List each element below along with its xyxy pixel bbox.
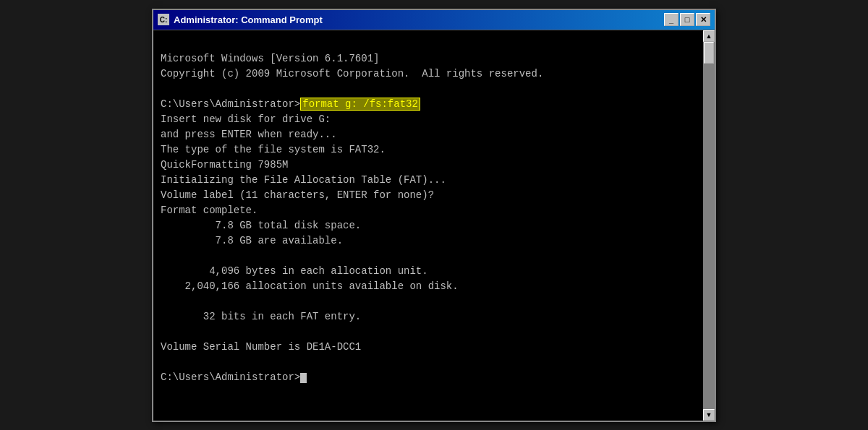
line-volume-label: Volume label (11 characters, ENTER for n… — [161, 189, 434, 201]
scroll-thumb[interactable] — [704, 42, 714, 64]
line-init: Initializing the File Allocation Table (… — [161, 174, 446, 186]
line-total-space: 7.8 GB total disk space. — [161, 220, 361, 231]
window-icon: C: — [158, 14, 169, 25]
line-insert: Insert new disk for drive G: — [161, 113, 331, 125]
line-final-prompt: C:\Users\Administrator> — [161, 371, 307, 383]
console-area[interactable]: Microsoft Windows [Version 6.1.7601] Cop… — [153, 30, 715, 421]
line-prompt: C:\Users\Administrator>format g: /fs:fat… — [161, 98, 420, 111]
maximize-button[interactable]: □ — [680, 13, 694, 26]
title-bar-buttons: _ □ ✕ — [664, 13, 710, 26]
scroll-track — [703, 42, 715, 409]
line-copyright: Copyright (c) 2009 Microsoft Corporation… — [161, 68, 543, 79]
line-version: Microsoft Windows [Version 6.1.7601] — [161, 53, 379, 64]
close-button[interactable]: ✕ — [696, 13, 710, 26]
line-available: 7.8 GB are available. — [161, 235, 343, 246]
line-alloc-units: 2,040,166 allocation units available on … — [161, 280, 459, 292]
line-serial: Volume Serial Number is DE1A-DCC1 — [161, 341, 361, 353]
scrollbar[interactable]: ▲ ▼ — [703, 30, 715, 421]
line-quickformat: QuickFormatting 7985M — [161, 159, 288, 171]
minimize-button[interactable]: _ — [664, 13, 678, 26]
line-format-complete: Format complete. — [161, 205, 258, 216]
cursor-blink — [300, 373, 307, 383]
window-title: Administrator: Command Prompt — [174, 14, 323, 25]
command-prompt-window: C: Administrator: Command Prompt _ □ ✕ M… — [152, 9, 716, 422]
command-text: format g: /fs:fat32 — [300, 98, 420, 111]
line-type: The type of the file system is FAT32. — [161, 144, 386, 155]
title-bar: C: Administrator: Command Prompt _ □ ✕ — [153, 10, 715, 30]
scroll-down-button[interactable]: ▼ — [703, 409, 715, 421]
title-bar-left: C: Administrator: Command Prompt — [158, 14, 323, 25]
scroll-up-button[interactable]: ▲ — [703, 30, 715, 42]
console-output: Microsoft Windows [Version 6.1.7601] Cop… — [161, 36, 707, 400]
line-bits: 32 bits in each FAT entry. — [161, 311, 361, 322]
line-enter: and press ENTER when ready... — [161, 129, 337, 140]
line-bytes: 4,096 bytes in each allocation unit. — [161, 265, 428, 277]
